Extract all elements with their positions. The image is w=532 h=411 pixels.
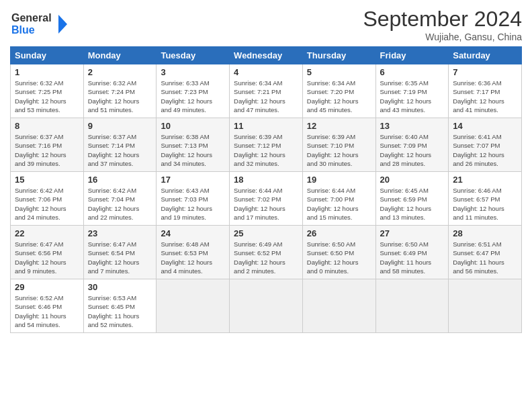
day-detail: Sunrise: 6:42 AM Sunset: 7:04 PM Dayligh…: [88, 186, 152, 222]
day-header-tuesday: Tuesday: [157, 47, 230, 64]
day-detail: Sunrise: 6:47 AM Sunset: 6:54 PM Dayligh…: [88, 240, 152, 275]
calendar-cell: 15Sunrise: 6:42 AM Sunset: 7:06 PM Dayli…: [11, 172, 84, 226]
svg-text:Blue: Blue: [11, 24, 35, 36]
calendar-cell: 23Sunrise: 6:47 AM Sunset: 6:54 PM Dayli…: [83, 226, 157, 279]
day-number: 2: [88, 67, 152, 77]
day-detail: Sunrise: 6:41 AM Sunset: 7:07 PM Dayligh…: [453, 132, 517, 168]
day-number: 26: [307, 228, 371, 238]
calendar-cell: 24Sunrise: 6:48 AM Sunset: 6:53 PM Dayli…: [157, 226, 230, 279]
day-number: 20: [380, 175, 445, 185]
day-header-monday: Monday: [83, 47, 157, 64]
day-number: 28: [453, 228, 517, 238]
day-detail: Sunrise: 6:44 AM Sunset: 7:00 PM Dayligh…: [307, 186, 371, 222]
day-number: 16: [88, 175, 152, 185]
calendar-cell: 8Sunrise: 6:37 AM Sunset: 7:16 PM Daylig…: [11, 118, 84, 172]
calendar-cell: 20Sunrise: 6:45 AM Sunset: 6:59 PM Dayli…: [375, 172, 449, 226]
day-detail: Sunrise: 6:34 AM Sunset: 7:21 PM Dayligh…: [234, 79, 298, 114]
calendar-week-2: 8Sunrise: 6:37 AM Sunset: 7:16 PM Daylig…: [11, 118, 522, 172]
calendar-cell: [449, 279, 522, 333]
day-detail: Sunrise: 6:34 AM Sunset: 7:20 PM Dayligh…: [307, 79, 371, 114]
day-number: 18: [234, 175, 298, 185]
calendar-cell: 3Sunrise: 6:33 AM Sunset: 7:23 PM Daylig…: [157, 64, 230, 118]
calendar-cell: 9Sunrise: 6:37 AM Sunset: 7:14 PM Daylig…: [83, 118, 157, 172]
page-title: September 2024: [363, 7, 522, 32]
day-header-sunday: Sunday: [11, 47, 84, 64]
calendar-cell: [230, 279, 303, 333]
calendar-cell: 11Sunrise: 6:39 AM Sunset: 7:12 PM Dayli…: [230, 118, 303, 172]
svg-marker-2: [58, 15, 67, 34]
day-number: 29: [15, 282, 79, 292]
day-header-thursday: Thursday: [302, 47, 375, 64]
day-header-friday: Friday: [375, 47, 449, 64]
day-number: 11: [234, 121, 298, 131]
calendar-cell: 29Sunrise: 6:52 AM Sunset: 6:46 PM Dayli…: [11, 279, 84, 333]
calendar-cell: 30Sunrise: 6:53 AM Sunset: 6:45 PM Dayli…: [83, 279, 157, 333]
calendar-cell: 13Sunrise: 6:40 AM Sunset: 7:09 PM Dayli…: [375, 118, 449, 172]
day-number: 30: [88, 282, 152, 292]
day-detail: Sunrise: 6:52 AM Sunset: 6:46 PM Dayligh…: [15, 293, 79, 329]
day-detail: Sunrise: 6:37 AM Sunset: 7:14 PM Dayligh…: [88, 132, 152, 168]
day-number: 15: [15, 175, 79, 185]
calendar-cell: 16Sunrise: 6:42 AM Sunset: 7:04 PM Dayli…: [83, 172, 157, 226]
calendar-header-row: SundayMondayTuesdayWednesdayThursdayFrid…: [11, 47, 522, 64]
calendar-cell: 21Sunrise: 6:46 AM Sunset: 6:57 PM Dayli…: [449, 172, 522, 226]
calendar-cell: 27Sunrise: 6:50 AM Sunset: 6:49 PM Dayli…: [375, 226, 449, 279]
day-detail: Sunrise: 6:45 AM Sunset: 6:59 PM Dayligh…: [380, 186, 445, 222]
day-detail: Sunrise: 6:50 AM Sunset: 6:50 PM Dayligh…: [307, 240, 371, 275]
day-detail: Sunrise: 6:46 AM Sunset: 6:57 PM Dayligh…: [453, 186, 517, 222]
day-detail: Sunrise: 6:50 AM Sunset: 6:49 PM Dayligh…: [380, 240, 445, 275]
calendar-cell: 25Sunrise: 6:49 AM Sunset: 6:52 PM Dayli…: [230, 226, 303, 279]
day-detail: Sunrise: 6:39 AM Sunset: 7:10 PM Dayligh…: [307, 132, 371, 168]
calendar-cell: 22Sunrise: 6:47 AM Sunset: 6:56 PM Dayli…: [11, 226, 84, 279]
calendar-cell: 1Sunrise: 6:32 AM Sunset: 7:25 PM Daylig…: [11, 64, 84, 118]
day-number: 12: [307, 121, 371, 131]
day-number: 21: [453, 175, 517, 185]
day-number: 4: [234, 67, 298, 77]
logo: General Blue: [10, 9, 71, 40]
day-header-wednesday: Wednesday: [230, 47, 303, 64]
calendar-week-5: 29Sunrise: 6:52 AM Sunset: 6:46 PM Dayli…: [11, 279, 522, 333]
title-area: September 2024 Wujiahe, Gansu, China: [363, 7, 522, 42]
day-detail: Sunrise: 6:37 AM Sunset: 7:16 PM Dayligh…: [15, 132, 79, 168]
day-detail: Sunrise: 6:51 AM Sunset: 6:47 PM Dayligh…: [453, 240, 517, 275]
day-number: 19: [307, 175, 371, 185]
day-detail: Sunrise: 6:35 AM Sunset: 7:19 PM Dayligh…: [380, 79, 445, 114]
day-number: 17: [161, 175, 225, 185]
calendar-cell: 7Sunrise: 6:36 AM Sunset: 7:17 PM Daylig…: [449, 64, 522, 118]
day-number: 13: [380, 121, 445, 131]
day-detail: Sunrise: 6:48 AM Sunset: 6:53 PM Dayligh…: [161, 240, 225, 275]
day-detail: Sunrise: 6:33 AM Sunset: 7:23 PM Dayligh…: [161, 79, 225, 114]
calendar-cell: 14Sunrise: 6:41 AM Sunset: 7:07 PM Dayli…: [449, 118, 522, 172]
calendar-cell: 28Sunrise: 6:51 AM Sunset: 6:47 PM Dayli…: [449, 226, 522, 279]
day-detail: Sunrise: 6:38 AM Sunset: 7:13 PM Dayligh…: [161, 132, 225, 168]
calendar-cell: 12Sunrise: 6:39 AM Sunset: 7:10 PM Dayli…: [302, 118, 375, 172]
calendar-cell: 6Sunrise: 6:35 AM Sunset: 7:19 PM Daylig…: [375, 64, 449, 118]
calendar-cell: [157, 279, 230, 333]
day-number: 1: [15, 67, 79, 77]
calendar-cell: 18Sunrise: 6:44 AM Sunset: 7:02 PM Dayli…: [230, 172, 303, 226]
day-number: 25: [234, 228, 298, 238]
day-number: 7: [453, 67, 517, 77]
calendar-cell: 4Sunrise: 6:34 AM Sunset: 7:21 PM Daylig…: [230, 64, 303, 118]
day-detail: Sunrise: 6:32 AM Sunset: 7:24 PM Dayligh…: [88, 79, 152, 114]
calendar-cell: 17Sunrise: 6:43 AM Sunset: 7:03 PM Dayli…: [157, 172, 230, 226]
header-area: General Blue September 2024 Wujiahe, Gan…: [10, 7, 522, 42]
day-number: 6: [380, 67, 445, 77]
day-detail: Sunrise: 6:47 AM Sunset: 6:56 PM Dayligh…: [15, 240, 79, 275]
day-detail: Sunrise: 6:43 AM Sunset: 7:03 PM Dayligh…: [161, 186, 225, 222]
day-number: 24: [161, 228, 225, 238]
calendar-cell: 5Sunrise: 6:34 AM Sunset: 7:20 PM Daylig…: [302, 64, 375, 118]
day-detail: Sunrise: 6:42 AM Sunset: 7:06 PM Dayligh…: [15, 186, 79, 222]
main-container: General Blue September 2024 Wujiahe, Gan…: [0, 0, 532, 340]
day-detail: Sunrise: 6:39 AM Sunset: 7:12 PM Dayligh…: [234, 132, 298, 168]
calendar-cell: 19Sunrise: 6:44 AM Sunset: 7:00 PM Dayli…: [302, 172, 375, 226]
calendar-cell: 26Sunrise: 6:50 AM Sunset: 6:50 PM Dayli…: [302, 226, 375, 279]
calendar-table: SundayMondayTuesdayWednesdayThursdayFrid…: [10, 46, 522, 333]
svg-text:General: General: [11, 12, 52, 24]
day-detail: Sunrise: 6:40 AM Sunset: 7:09 PM Dayligh…: [380, 132, 445, 168]
day-detail: Sunrise: 6:36 AM Sunset: 7:17 PM Dayligh…: [453, 79, 517, 114]
day-detail: Sunrise: 6:53 AM Sunset: 6:45 PM Dayligh…: [88, 293, 152, 329]
day-number: 5: [307, 67, 371, 77]
day-detail: Sunrise: 6:49 AM Sunset: 6:52 PM Dayligh…: [234, 240, 298, 275]
day-number: 8: [15, 121, 79, 131]
